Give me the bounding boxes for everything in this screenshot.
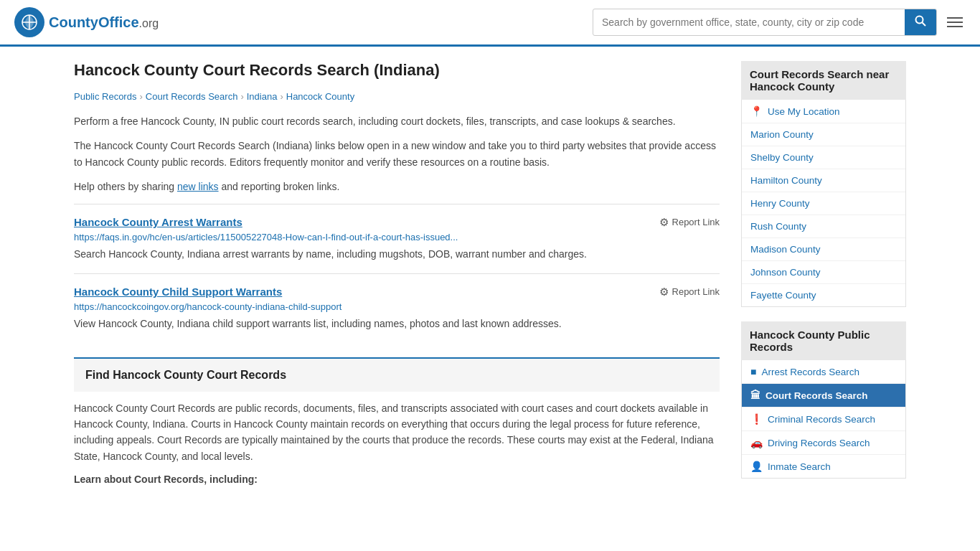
nearby-shelby: Shelby County [742,146,905,169]
result-url-1: https://hancockcoingov.org/hancock-count… [74,301,720,312]
breadcrumb-public-records[interactable]: Public Records [74,91,136,102]
report-icon-0: ⚙ [659,216,669,229]
site-header: CountyOffice.org [0,0,980,47]
search-box [593,9,937,36]
pr-driving: 🚗 Driving Records Search [742,431,905,455]
search-button[interactable] [905,9,936,35]
breadcrumb-indiana[interactable]: Indiana [247,91,278,102]
nearby-henry: Henry County [742,192,905,215]
result-url-0: https://faqs.in.gov/hc/en-us/articles/11… [74,232,720,242]
desc-3: Help others by sharing new links and rep… [74,179,720,194]
nearby-header: Court Records Search near Hancock County [741,61,906,100]
arrest-icon: ■ [750,366,756,377]
use-location-link[interactable]: 📍 Use My Location [742,100,905,123]
nearby-fayette: Fayette County [742,284,905,306]
nearby-rush: Rush County [742,215,905,238]
inmate-icon: 👤 [750,461,763,472]
nearby-johnson: Johnson County [742,261,905,284]
svg-point-3 [916,17,923,24]
result-desc-1: View Hancock County, Indiana child suppo… [74,316,720,331]
breadcrumb-court-records[interactable]: Court Records Search [146,91,238,102]
public-records-header: Hancock County Public Records [741,321,906,360]
bottom-desc-1: Hancock County Court Records are public … [74,400,720,465]
result-card-0: Hancock County Arrest Warrants ⚙ Report … [74,204,720,273]
pr-criminal: ❗ Criminal Records Search [742,408,905,431]
result-desc-0: Search Hancock County, Indiana arrest wa… [74,247,720,262]
report-link-0[interactable]: ⚙ Report Link [659,216,720,229]
main-content: Hancock County Court Records Search (Ind… [60,47,920,509]
court-icon: 🏛 [750,390,760,401]
content-area: Hancock County Court Records Search (Ind… [74,61,720,495]
result-card-1: Hancock County Child Support Warrants ⚙ … [74,273,720,343]
report-label-0: Report Link [672,217,720,227]
logo-icon [14,7,44,37]
svg-line-4 [923,23,926,27]
location-pin-icon: 📍 [750,105,763,117]
driving-icon: 🚗 [750,437,763,448]
learn-title: Learn about Court Records, including: [74,471,720,487]
search-input[interactable] [593,11,905,34]
logo: CountyOffice.org [14,7,159,37]
nearby-hamilton: Hamilton County [742,169,905,192]
description-block: Perform a free Hancock County, IN public… [74,113,720,195]
new-links-link[interactable]: new links [177,181,219,192]
use-location-item: 📍 Use My Location [742,100,905,123]
desc-2: The Hancock County Court Records Search … [74,138,720,170]
nearby-list: 📍 Use My Location Marion County Shelby C… [741,100,906,307]
find-records-title: Find Hancock County Court Records [85,369,708,382]
menu-button[interactable] [944,14,966,30]
report-link-1[interactable]: ⚙ Report Link [659,286,720,298]
nearby-section: Court Records Search near Hancock County… [741,61,906,307]
report-label-1: Report Link [672,286,720,297]
sidebar: Court Records Search near Hancock County… [741,61,906,495]
nearby-marion: Marion County [742,123,905,146]
page-title: Hancock County Court Records Search (Ind… [74,61,720,80]
desc-1: Perform a free Hancock County, IN public… [74,113,720,129]
breadcrumb-hancock[interactable]: Hancock County [286,91,354,102]
criminal-icon: ❗ [750,413,763,425]
pr-inmate: 👤 Inmate Search [742,455,905,478]
nearby-madison: Madison County [742,238,905,261]
public-records-list: ■ Arrest Records Search 🏛 Court Records … [741,360,906,479]
report-icon-1: ⚙ [659,286,669,298]
logo-text: CountyOffice.org [49,14,159,31]
bottom-description: Hancock County Court Records are public … [74,400,720,488]
breadcrumb: Public Records › Court Records Search › … [74,91,720,102]
result-title-1[interactable]: Hancock County Child Support Warrants [74,286,282,298]
public-records-section: Hancock County Public Records ■ Arrest R… [741,321,906,479]
header-right [593,9,966,36]
find-records-section: Find Hancock County Court Records [74,357,720,392]
pr-court: 🏛 Court Records Search [742,384,905,408]
result-title-0[interactable]: Hancock County Arrest Warrants [74,216,242,228]
pr-arrest: ■ Arrest Records Search [742,360,905,384]
result-cards: Hancock County Arrest Warrants ⚙ Report … [74,204,720,343]
